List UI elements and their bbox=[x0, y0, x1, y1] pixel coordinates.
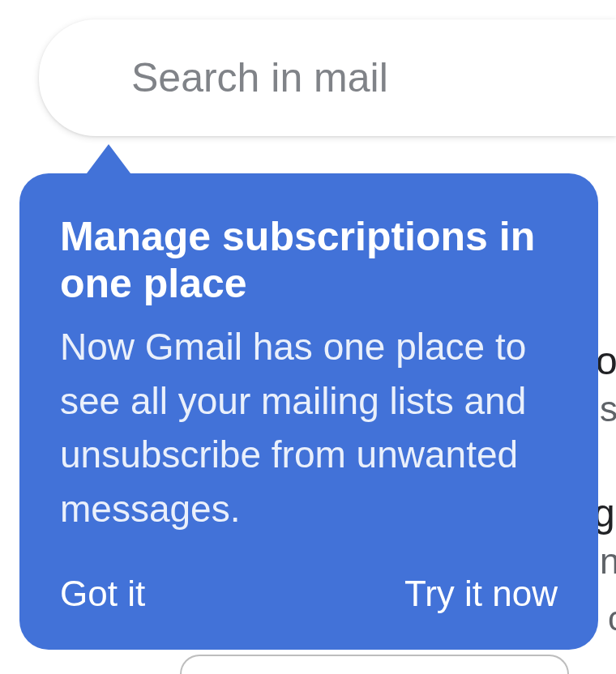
obscured-text: s bbox=[600, 389, 616, 429]
obscured-text: c bbox=[608, 599, 616, 638]
tooltip-title: Manage subscriptions in one place bbox=[60, 214, 558, 307]
obscured-text: o bbox=[596, 339, 616, 383]
tooltip-body: Now Gmail has one place to see all your … bbox=[60, 320, 558, 536]
obscured-text: ni bbox=[600, 541, 616, 582]
feature-tooltip: Manage subscriptions in one place Now Gm… bbox=[19, 173, 598, 650]
tooltip-actions: Got it Try it now bbox=[60, 569, 558, 619]
email-chip-outline bbox=[180, 655, 569, 674]
try-it-now-button[interactable]: Try it now bbox=[404, 569, 558, 619]
search-bar bbox=[39, 19, 616, 136]
got-it-button[interactable]: Got it bbox=[60, 569, 145, 619]
search-input[interactable] bbox=[131, 54, 616, 101]
